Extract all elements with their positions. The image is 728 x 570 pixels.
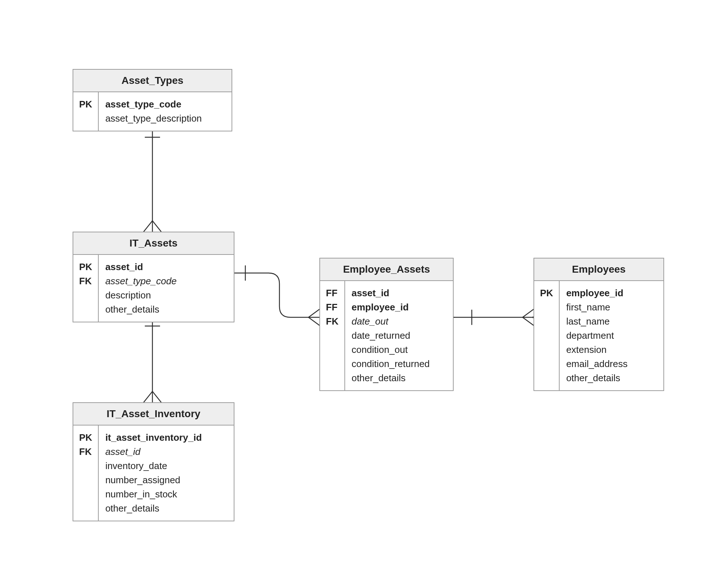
- svg-line-7: [152, 391, 161, 402]
- entity-employee-assets: Employee_Assets FF FF FK asset_id employ…: [319, 258, 454, 391]
- entity-employees: Employees PK employee_id first_name last…: [533, 258, 664, 391]
- entity-fields: asset_type_code asset_type_description: [99, 92, 232, 131]
- entity-keys: PK FK: [73, 426, 99, 521]
- svg-line-6: [144, 391, 152, 402]
- rel-employees-to-employee-assets: [454, 309, 533, 325]
- entity-keys: PK: [73, 92, 99, 131]
- entity-it-assets: IT_Assets PK FK asset_id asset_type_code…: [73, 232, 234, 322]
- svg-line-19: [523, 317, 533, 325]
- entity-keys: PK FK: [73, 255, 99, 322]
- svg-line-14: [523, 317, 533, 325]
- rel-asset-types-to-it-assets: [144, 127, 161, 232]
- rel-it-assets-to-inventory: [144, 316, 161, 402]
- entity-title: Employees: [534, 258, 663, 281]
- entity-title: Employee_Assets: [320, 258, 453, 281]
- svg-line-2: [144, 221, 152, 232]
- svg-line-9: [308, 309, 319, 317]
- svg-line-10: [308, 317, 319, 325]
- svg-rect-15: [454, 305, 533, 330]
- entity-title: IT_Asset_Inventory: [73, 403, 234, 426]
- svg-line-13: [523, 309, 533, 317]
- entity-it-asset-inventory: IT_Asset_Inventory PK FK it_asset_invent…: [73, 402, 234, 521]
- entity-keys: PK: [534, 281, 560, 390]
- entity-title: IT_Assets: [73, 232, 234, 255]
- entity-asset-types: Asset_Types PK asset_type_code asset_typ…: [73, 69, 232, 131]
- entity-keys: FF FF FK: [320, 281, 345, 390]
- rel-employees-to-employee-assets-final: [454, 309, 533, 325]
- entity-fields: asset_id asset_type_code description oth…: [99, 255, 234, 322]
- entity-fields: asset_id employee_id date_out date_retur…: [345, 281, 453, 390]
- entity-title: Asset_Types: [73, 70, 232, 92]
- entity-fields: employee_id first_name last_name departm…: [560, 281, 663, 390]
- svg-line-3: [152, 221, 161, 232]
- entity-fields: it_asset_inventory_id asset_id inventory…: [99, 426, 234, 521]
- svg-line-18: [523, 309, 533, 317]
- rel-it-assets-to-employee-assets: [234, 266, 319, 325]
- er-diagram-canvas: Asset_Types PK asset_type_code asset_typ…: [0, 0, 728, 570]
